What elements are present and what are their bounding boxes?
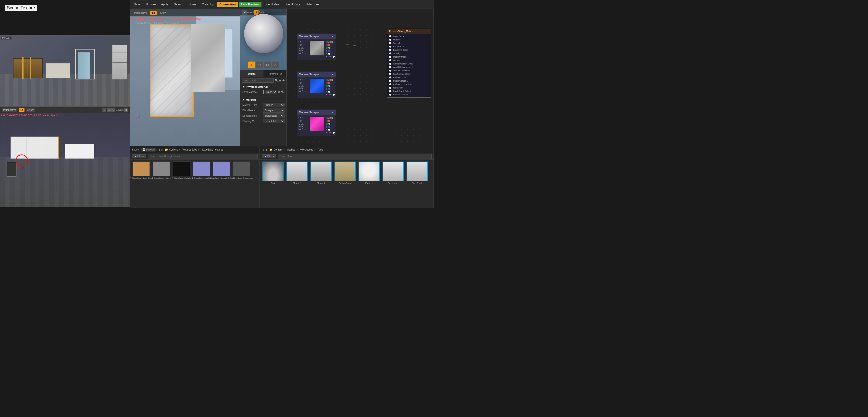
vp-lit-btn[interactable]: Lit — [19, 108, 25, 112]
port-rgba-1: RGBA — [326, 55, 332, 58]
mesh-label-cutting: CuttingBoard — [339, 182, 352, 184]
menu-cleanup[interactable]: Clean Up — [199, 2, 216, 7]
cbr-path-content[interactable]: Content — [274, 148, 282, 151]
port-shading-model: Shading Model — [393, 93, 408, 96]
cbr-nav-fwd[interactable]: ► — [266, 148, 268, 151]
sphere-perspective-btn[interactable]: Perspective — [248, 10, 253, 15]
vp-icon-2[interactable]: □ — [107, 108, 111, 112]
cbr-nav-back[interactable]: ◄ — [262, 148, 265, 151]
save-all-btn[interactable]: 💾 Save All — [141, 148, 156, 151]
decal-blend-select[interactable]: Translucent — [263, 114, 284, 118]
sphere-tool-sphere[interactable]: ○ — [248, 62, 255, 68]
list-item[interactable]: TraySmall — [406, 161, 428, 184]
list-item[interactable]: CuttingBoard — [334, 161, 356, 184]
menu-live-nodes[interactable]: Live Nodes — [262, 2, 282, 7]
cbr-filter-btn[interactable]: ▼ Filters — [262, 154, 276, 158]
texture-node-3[interactable]: Texture Sample ▲ UVs Tex Apply View MipB… — [297, 110, 336, 136]
cbb-nav-back[interactable]: ◄ — [157, 148, 160, 151]
tex-node-3-expand[interactable]: ▲ — [331, 111, 334, 114]
folder-icon-cbr: 📁 — [269, 148, 273, 151]
cbb-nav-fwd[interactable]: ► — [161, 148, 164, 151]
stove-thumb-normal — [193, 161, 210, 176]
list-item[interactable]: T_StoveBase_Base_Color — [132, 161, 150, 179]
section-collapse-icon-2[interactable]: ▼ — [242, 98, 245, 101]
list-item[interactable]: T_StoveBase_Metallic — [172, 161, 190, 179]
freezer-glass-node[interactable]: FreezerGlass_Materi Base Color Metallic … — [387, 29, 431, 97]
reset-icon[interactable]: ↺ — [278, 90, 280, 94]
cbb-path-content[interactable]: Content — [169, 148, 178, 151]
menu-hide-unrel[interactable]: Hide Unrel — [303, 2, 322, 7]
vp-show-btn[interactable]: Show — [26, 108, 35, 112]
tex-node-2-expand[interactable]: ▲ — [331, 73, 334, 76]
menu-apply[interactable]: Apply — [159, 2, 171, 7]
svg-line-2 — [22, 167, 25, 170]
cbb-path-stovebase[interactable]: StoveBase_textures — [201, 148, 223, 151]
tab-parameter[interactable]: Parameter D — [264, 70, 286, 77]
texture-node-1[interactable]: Texture Sample ▲ UVs Tex Apply View MipB… — [297, 34, 336, 60]
section-collapse-icon[interactable]: ▼ — [242, 85, 245, 88]
vp-icon-4[interactable]: ▣ — [124, 108, 128, 112]
cbb-filter-btn[interactable]: ▼ Filters — [132, 154, 146, 158]
vc-perspective-btn[interactable]: Perspective — [132, 11, 149, 15]
stove-label-metallic: T_StoveBase_Metallic — [172, 177, 191, 179]
tex-node-2-title: Texture Sample — [299, 73, 319, 76]
vp-perspective-btn[interactable]: Perspective — [2, 108, 18, 112]
sphere-lit-btn[interactable]: Lit — [254, 10, 258, 15]
menu-live-update[interactable]: Live Update — [282, 2, 303, 7]
texture-node-2[interactable]: Texture Sample ▲ UVs Tex Apply View MipB… — [297, 71, 336, 98]
vc-show-btn[interactable]: Show — [158, 11, 168, 15]
port-tex-1: Tex — [299, 43, 302, 46]
cbr-path-newmeshes[interactable]: NewMeshes — [300, 148, 313, 151]
menu-save[interactable]: Save — [131, 2, 143, 7]
stove-label-basecolor: T_StoveBase_Base_Color — [130, 177, 153, 179]
port-roughness: Roughness — [393, 46, 404, 48]
cbb-path-texturessubs[interactable]: TexturesSubs — [182, 148, 197, 151]
cbr-path-tools[interactable]: Tools — [318, 148, 323, 151]
menu-live-preview[interactable]: Live Preview — [239, 2, 261, 7]
material-title: Material — [246, 98, 256, 101]
port-r-1: R — [326, 43, 328, 46]
list-item[interactable]: Bowl — [262, 161, 284, 184]
vc-lit-btn[interactable]: Lit — [150, 11, 157, 15]
menu-browse[interactable]: Browse — [143, 2, 158, 7]
cbb-search-input[interactable] — [148, 154, 257, 159]
material-domain-select[interactable]: Surface — [263, 103, 284, 107]
menu-search[interactable]: Search — [171, 2, 186, 7]
search-small-icon[interactable]: 🔍 — [281, 90, 284, 94]
list-item[interactable]: TrayLarge — [382, 161, 404, 184]
port-rgb-1: RGB — [326, 41, 331, 43]
port-emissive: Emissive Color — [393, 49, 408, 51]
import-btn[interactable]: Import — [132, 148, 139, 151]
list-item[interactable]: T_StoveBase_Roughness — [232, 161, 251, 179]
svg-text:Z: Z — [143, 115, 144, 117]
layout-icon: ⊞ — [279, 79, 281, 82]
stove-label-height: T_StoveBase_Height — [152, 177, 170, 179]
mesh-thumb-bowl — [262, 161, 283, 181]
list-item[interactable]: Plate_1 — [358, 161, 380, 184]
list-item[interactable]: T_StoveBase_Normal_OpenGL — [213, 161, 230, 179]
cbr-path-meshes[interactable]: Meshes — [287, 148, 295, 151]
cbr-search-input[interactable] — [278, 154, 432, 159]
list-item[interactable]: Clever_1 — [286, 161, 308, 184]
tex-node-1-expand[interactable]: ▲ — [331, 35, 334, 38]
vp-icon-3[interactable]: □ — [111, 108, 115, 112]
vp-icon-1[interactable]: □ — [102, 108, 106, 112]
port-r-3: R — [326, 120, 328, 122]
list-item[interactable]: T_StoveBase_Normal — [192, 161, 211, 179]
shading-mode-select[interactable]: Default Lit — [263, 119, 284, 123]
tab-details[interactable]: Details — [240, 70, 264, 77]
viewport-center-bar: Perspective Lit Show — [130, 9, 240, 17]
freezer-body: Base Color Metallic Specular Roughness E… — [387, 34, 431, 97]
blend-mode-select[interactable]: Opaque — [263, 108, 284, 113]
list-item[interactable]: T_StoveBase_Height — [152, 161, 170, 179]
list-item[interactable]: Clever_2 — [310, 161, 332, 184]
phys-material-select[interactable]: None — [265, 90, 277, 94]
menu-connectors[interactable]: Connectors — [217, 2, 238, 7]
port-opacity-mask: Opacity Mask — [393, 56, 407, 58]
sphere-tool-cylinder[interactable]: ⬡ — [264, 62, 271, 68]
sphere-tool-plane[interactable]: □ — [256, 62, 263, 68]
sphere-tool-other[interactable]: ◇ — [272, 62, 279, 68]
menu-home[interactable]: Home — [186, 2, 199, 7]
details-search-input[interactable] — [242, 78, 274, 83]
phys-material-color — [263, 90, 264, 94]
